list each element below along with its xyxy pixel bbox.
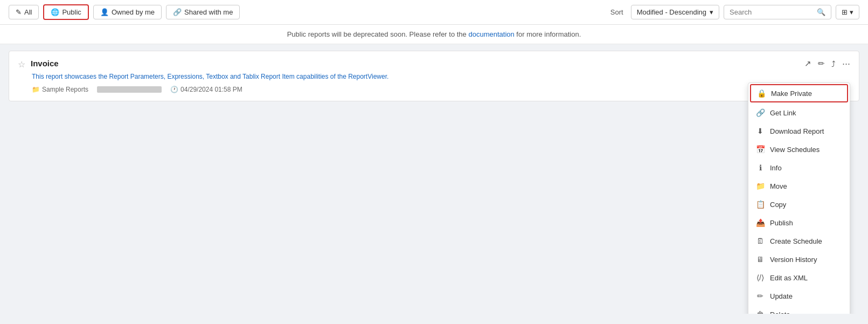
filter-public-label: Public [62, 8, 81, 16]
menu-item-update[interactable]: ✏Update [748, 287, 850, 305]
filter-shared-button[interactable]: 🔗 Shared with me [166, 5, 240, 19]
star-button[interactable]: ☆ [18, 59, 25, 70]
filter-all-button[interactable]: ✎ All [9, 5, 39, 19]
grid-icon: ⊞ [842, 8, 848, 16]
report-folder: 📁 Sample Reports [32, 86, 88, 93]
menu-item-edit-as-xml[interactable]: ⟨/⟩Edit as XML [748, 268, 850, 287]
filter-all-label: All [24, 8, 32, 16]
menu-label-info: Info [770, 164, 782, 172]
share-action-icon[interactable]: ⤴ [831, 59, 836, 68]
open-icon[interactable]: ↗ [804, 59, 811, 68]
search-box[interactable]: 🔍 [724, 5, 831, 19]
report-header: ☆ Invoice [18, 59, 850, 70]
menu-item-version-history[interactable]: 🖥Version History [748, 250, 850, 268]
menu-icon-info: ℹ [756, 163, 765, 172]
main-content: ☆ Invoice This report showcases the Repo… [0, 44, 868, 314]
menu-icon-publish: 📤 [756, 218, 765, 227]
sort-dropdown[interactable]: Modified - Descending ▾ [631, 5, 719, 19]
folder-icon: 📁 [32, 86, 40, 93]
menu-icon-download-report: ⬇ [756, 127, 765, 135]
menu-label-version-history: Version History [770, 256, 817, 264]
menu-label-edit-as-xml: Edit as XML [770, 274, 808, 282]
menu-label-create-schedule: Create Schedule [770, 237, 822, 245]
report-description: This report showcases the Report Paramet… [32, 73, 850, 80]
menu-item-delete[interactable]: 🗑Delete [748, 305, 850, 314]
filter-owned-label: Owned by me [112, 8, 155, 16]
filter-owned-button[interactable]: 👤 Owned by me [93, 5, 162, 19]
menu-label-copy: Copy [770, 201, 786, 209]
chevron-down-icon-view: ▾ [850, 8, 853, 16]
menu-item-publish[interactable]: 📤Publish [748, 213, 850, 232]
clock-icon: 🕐 [170, 86, 178, 93]
report-title: Invoice [31, 59, 59, 68]
menu-icon-make-private: 🔒 [757, 89, 766, 98]
menu-item-make-private[interactable]: 🔒Make Private [750, 84, 848, 102]
menu-label-update: Update [770, 292, 793, 300]
menu-icon-copy: 📋 [756, 200, 765, 209]
report-card: ☆ Invoice This report showcases the Repo… [9, 51, 859, 101]
menu-item-get-link[interactable]: 🔗Get Link [748, 104, 850, 122]
menu-label-delete: Delete [770, 311, 790, 314]
menu-label-download-report: Download Report [770, 127, 824, 135]
menu-icon-move: 📁 [756, 182, 765, 190]
menu-label-move: Move [770, 182, 787, 190]
banner-text-before: Public reports will be deprecated soon. … [287, 30, 469, 38]
menu-item-create-schedule[interactable]: 🗓Create Schedule [748, 232, 850, 250]
report-meta: 📁 Sample Reports 🕐 04/29/2024 01:58 PM [32, 86, 850, 93]
menu-icon-update: ✏ [756, 292, 765, 300]
date-value: 04/29/2024 01:58 PM [180, 86, 242, 93]
deprecation-banner: Public reports will be deprecated soon. … [0, 25, 868, 44]
menu-icon-view-schedules: 📅 [756, 145, 765, 154]
share-icon: 🔗 [173, 8, 182, 16]
more-options-button[interactable]: ⋯ [842, 59, 850, 68]
menu-label-view-schedules: View Schedules [770, 146, 820, 154]
person-icon: 👤 [100, 8, 109, 16]
edit-icon[interactable]: ✏ [818, 59, 825, 68]
search-icon: 🔍 [817, 8, 825, 16]
report-actions: ↗ ✏ ⤴ ⋯ 🔒Make Private🔗Get Link⬇Download … [804, 59, 850, 68]
all-icon: ✎ [16, 8, 22, 16]
menu-item-download-report[interactable]: ⬇Download Report [748, 122, 850, 140]
menu-icon-version-history: 🖥 [756, 255, 765, 264]
sort-value: Modified - Descending [637, 8, 706, 16]
top-bar: ✎ All 🌐 Public 👤 Owned by me 🔗 Shared wi… [0, 0, 868, 25]
menu-icon-create-schedule: 🗓 [756, 237, 765, 245]
banner-text-after: for more information. [515, 30, 581, 38]
filter-public-button[interactable]: 🌐 Public [43, 4, 88, 20]
search-input[interactable] [730, 8, 814, 16]
folder-name: Sample Reports [42, 86, 88, 93]
report-date: 🕐 04/29/2024 01:58 PM [170, 86, 242, 93]
menu-label-make-private: Make Private [771, 89, 812, 98]
menu-icon-edit-as-xml: ⟨/⟩ [756, 273, 765, 282]
menu-item-info[interactable]: ℹInfo [748, 158, 850, 177]
menu-item-move[interactable]: 📁Move [748, 177, 850, 195]
view-toggle-button[interactable]: ⊞ ▾ [836, 5, 859, 19]
context-menu: 🔒Make Private🔗Get Link⬇Download Report📅V… [748, 82, 850, 314]
menu-item-copy[interactable]: 📋Copy [748, 195, 850, 213]
menu-icon-delete: 🗑 [756, 310, 765, 314]
menu-label-get-link: Get Link [770, 109, 796, 117]
report-owner-blurred [97, 86, 162, 93]
menu-label-publish: Publish [770, 219, 793, 227]
globe-icon: 🌐 [51, 8, 59, 16]
menu-item-view-schedules[interactable]: 📅View Schedules [748, 140, 850, 158]
sort-label: Sort [610, 8, 623, 16]
menu-icon-get-link: 🔗 [756, 108, 765, 117]
filter-shared-label: Shared with me [184, 8, 233, 16]
documentation-link[interactable]: documentation [468, 30, 514, 38]
chevron-down-icon: ▾ [710, 8, 713, 16]
